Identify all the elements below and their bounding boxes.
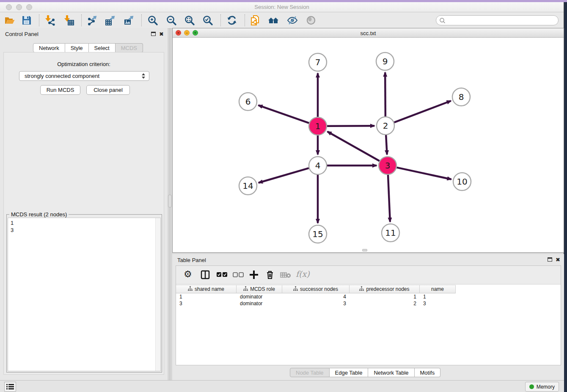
edge-2-3[interactable] bbox=[386, 135, 387, 155]
graph-node-2[interactable]: 2 bbox=[377, 117, 394, 135]
table-cell[interactable]: 1 bbox=[420, 293, 456, 300]
column-label: successor nodes bbox=[300, 286, 338, 292]
table-header-row: shared nameMCDS rolesuccessor nodesprede… bbox=[176, 285, 561, 293]
column-header-successor-nodes[interactable]: successor nodes bbox=[282, 285, 350, 293]
function-builder-icon[interactable]: f(x) bbox=[296, 269, 310, 279]
titlebar: Session: New Session bbox=[0, 2, 564, 12]
optimization-criterion-select[interactable]: strongly connected component bbox=[19, 71, 149, 81]
close-panel-button[interactable]: Close panel bbox=[86, 85, 130, 95]
delete-icon[interactable] bbox=[265, 270, 275, 282]
graph-node-14[interactable]: 14 bbox=[239, 177, 257, 195]
graph-node-6[interactable]: 6 bbox=[239, 93, 257, 110]
result-scrollbar[interactable] bbox=[155, 218, 160, 371]
edge-3-10[interactable] bbox=[397, 168, 451, 179]
table-row[interactable]: 1dominator411 bbox=[176, 293, 561, 300]
column-header-shared-name[interactable]: shared name bbox=[176, 285, 237, 293]
tab-mcds[interactable]: MCDS bbox=[116, 43, 143, 52]
float-table-panel-icon[interactable] bbox=[548, 257, 552, 262]
table-row[interactable]: 3dominator323 bbox=[176, 300, 561, 307]
table-cell[interactable]: 3 bbox=[282, 300, 350, 307]
deselect-all-icon[interactable] bbox=[233, 272, 244, 279]
tab-style[interactable]: Style bbox=[65, 43, 89, 52]
graph-node-7[interactable]: 7 bbox=[309, 53, 327, 71]
tab-node-table[interactable]: Node Table bbox=[290, 368, 330, 377]
search-input[interactable] bbox=[447, 17, 555, 24]
graph-node-8[interactable]: 8 bbox=[452, 88, 470, 106]
network-canvas[interactable]: 7968124314101511 bbox=[173, 38, 564, 254]
table-cell[interactable]: dominator bbox=[237, 300, 282, 307]
tab-edge-table[interactable]: Edge Table bbox=[330, 368, 369, 377]
graph-node-3[interactable]: 3 bbox=[379, 157, 396, 174]
zoom-in-icon[interactable] bbox=[147, 15, 158, 26]
run-mcds-button[interactable]: Run MCDS bbox=[40, 85, 80, 95]
memory-button[interactable]: Memory bbox=[525, 382, 559, 392]
gear-icon[interactable]: ⚙ bbox=[184, 269, 192, 280]
column-type-icon bbox=[188, 286, 193, 292]
divider-grip[interactable] bbox=[168, 195, 172, 207]
clone-network-icon[interactable] bbox=[250, 15, 261, 26]
save-session-icon[interactable] bbox=[21, 15, 32, 26]
close-table-panel-icon[interactable]: ✖ bbox=[556, 257, 560, 262]
add-column-icon[interactable] bbox=[249, 270, 259, 282]
table-cell[interactable]: 1 bbox=[176, 293, 237, 300]
delete-table-icon[interactable] bbox=[280, 272, 291, 280]
graph-node-15[interactable]: 15 bbox=[309, 225, 327, 243]
graph-node-1[interactable]: 1 bbox=[309, 117, 327, 135]
hide-eye-icon[interactable] bbox=[287, 15, 298, 26]
edge-2-8[interactable] bbox=[394, 101, 451, 122]
task-history-button[interactable] bbox=[4, 382, 16, 392]
table-cell[interactable]: 2 bbox=[350, 300, 420, 307]
table-cell[interactable]: dominator bbox=[237, 293, 282, 300]
tab-network[interactable]: Network bbox=[33, 43, 65, 52]
memory-label: Memory bbox=[537, 384, 555, 390]
tab-motifs[interactable]: Motifs bbox=[415, 368, 441, 377]
float-panel-icon[interactable] bbox=[151, 32, 156, 36]
columns-icon[interactable] bbox=[200, 270, 210, 282]
zoom-fit-icon[interactable] bbox=[184, 15, 195, 26]
edge-1-2[interactable] bbox=[327, 126, 374, 126]
edge-1-6[interactable] bbox=[259, 105, 309, 123]
control-panel-title: Control Panel bbox=[5, 31, 39, 37]
edge-3-1[interactable] bbox=[328, 132, 380, 161]
node-label: 9 bbox=[383, 56, 388, 66]
graph-node-4[interactable]: 4 bbox=[309, 157, 327, 174]
search-box bbox=[436, 15, 559, 25]
tab-select[interactable]: Select bbox=[89, 43, 116, 52]
export-network-icon[interactable] bbox=[87, 15, 98, 26]
refresh-icon[interactable] bbox=[226, 15, 237, 26]
edge-4-14[interactable] bbox=[259, 168, 309, 183]
export-image-icon[interactable] bbox=[124, 15, 135, 26]
control-panel-header: Control Panel ✖ bbox=[0, 28, 168, 40]
close-panel-icon[interactable]: ✖ bbox=[159, 31, 164, 37]
network-resize-grip[interactable] bbox=[362, 249, 367, 251]
eye-disabled-icon[interactable] bbox=[306, 15, 317, 26]
mcds-result-textarea[interactable]: 13 bbox=[8, 218, 161, 371]
home-icon[interactable] bbox=[268, 15, 279, 26]
graph-node-11[interactable]: 11 bbox=[382, 224, 399, 242]
edge-3-11[interactable] bbox=[388, 175, 390, 222]
column-header-name[interactable]: name bbox=[420, 285, 456, 293]
result-line: 1 bbox=[11, 219, 158, 226]
table-cell[interactable]: 1 bbox=[350, 293, 420, 300]
graph-node-9[interactable]: 9 bbox=[376, 52, 394, 70]
table-panel-title: Table Panel bbox=[177, 257, 206, 263]
tab-network-table[interactable]: Network Table bbox=[368, 368, 414, 377]
column-label: name bbox=[431, 286, 444, 292]
export-table-icon[interactable] bbox=[105, 15, 116, 26]
select-all-icon[interactable] bbox=[217, 272, 228, 279]
main-toolbar bbox=[0, 12, 564, 29]
import-network-icon[interactable] bbox=[44, 15, 55, 26]
zoom-out-icon[interactable] bbox=[166, 15, 177, 26]
mcds-panel: Optimization criterion: strongly connect… bbox=[3, 52, 164, 375]
table-cell[interactable]: 4 bbox=[282, 293, 350, 300]
table-cell[interactable]: 3 bbox=[420, 300, 456, 307]
table-cell[interactable]: 3 bbox=[176, 300, 237, 307]
graph-node-10[interactable]: 10 bbox=[453, 173, 471, 190]
zoom-selected-icon[interactable] bbox=[202, 15, 213, 26]
import-table-icon[interactable] bbox=[63, 15, 74, 26]
column-header-predecessor-nodes[interactable]: predecessor nodes bbox=[350, 285, 420, 293]
column-header-MCDS-role[interactable]: MCDS role bbox=[237, 285, 282, 293]
open-file-icon[interactable] bbox=[4, 15, 15, 26]
toolbar-separator bbox=[220, 14, 221, 26]
edge-2-9[interactable] bbox=[385, 72, 385, 116]
